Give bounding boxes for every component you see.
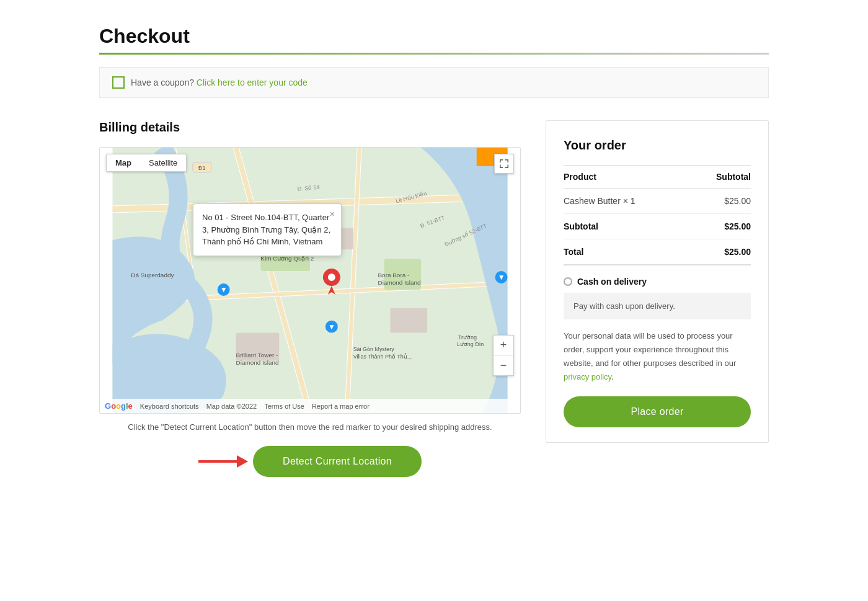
map-footer-report[interactable]: Report a map error: [312, 403, 370, 410]
svg-text:Sài Gòn Mystery: Sài Gòn Mystery: [353, 346, 395, 352]
payment-label: Cash on delivery: [564, 277, 751, 287]
item-name: Cashew Butter × 1: [564, 189, 689, 214]
table-row: Cashew Butter × 1 $25.00: [564, 189, 751, 214]
svg-text:Diamond Island: Diamond Island: [378, 279, 420, 286]
place-order-button[interactable]: Place order: [564, 396, 751, 427]
left-column: Billing details: [99, 120, 521, 477]
order-panel-wrapper: Your order Product Subtotal Cashew Butte…: [546, 120, 769, 443]
map-zoom-out-btn[interactable]: −: [494, 355, 513, 375]
svg-text:Đá Superdaddy: Đá Superdaddy: [131, 272, 174, 278]
svg-text:▼: ▼: [498, 273, 505, 282]
coupon-text: Have a coupon? Click here to enter your …: [131, 78, 308, 87]
map-visual: Diamond Island - Đả Kim Cương Quận 2 Bor…: [100, 148, 520, 413]
payment-desc: Pay with cash upon delivery.: [564, 293, 751, 319]
col-subtotal-header: Subtotal: [689, 166, 751, 189]
detect-arrow-icon: [198, 452, 248, 471]
payment-radio[interactable]: [564, 277, 572, 286]
svg-text:Bora Bora -: Bora Bora -: [378, 272, 409, 278]
total-label: Total: [564, 239, 689, 265]
svg-text:Kim Cương Quận 2: Kim Cương Quận 2: [260, 255, 314, 262]
svg-marker-52: [237, 455, 248, 468]
map-type-bar: Map Satellite: [106, 154, 187, 172]
billing-section-title: Billing details: [99, 120, 521, 135]
svg-text:Brilliant Tower -: Brilliant Tower -: [236, 352, 278, 358]
svg-text:▼: ▼: [220, 285, 228, 294]
map-hint-text: Click the "Detect Current Location" butt…: [99, 421, 521, 434]
svg-rect-50: [508, 165, 509, 168]
svg-rect-46: [508, 159, 509, 162]
svg-text:Diamond Island: Diamond Island: [236, 359, 279, 366]
svg-text:▼: ▼: [328, 323, 335, 331]
svg-rect-48: [500, 165, 501, 168]
payment-section: Cash on delivery Pay with cash upon deli…: [564, 277, 751, 427]
coupon-icon: [112, 76, 125, 89]
privacy-policy-link[interactable]: privacy policy: [564, 372, 611, 381]
svg-text:Lương Đìn: Lương Đìn: [457, 342, 484, 348]
map-footer: Google Keyboard shortcuts Map data ©2022…: [100, 399, 520, 413]
svg-rect-15: [390, 308, 427, 333]
subtotal-label: Subtotal: [564, 214, 689, 239]
total-row: Total $25.00: [564, 239, 751, 265]
total-value: $25.00: [689, 239, 751, 265]
map-zoom-in-btn[interactable]: +: [494, 336, 513, 355]
coupon-link[interactable]: Click here to enter your code: [197, 78, 308, 87]
main-layout: Billing details: [99, 120, 769, 477]
svg-text:Đ1: Đ1: [198, 165, 205, 171]
map-footer-shortcuts[interactable]: Keyboard shortcuts: [140, 403, 199, 410]
map-zoom-controls: + −: [493, 335, 514, 376]
map-type-satellite-btn[interactable]: Satellite: [140, 154, 186, 171]
map-type-map-btn[interactable]: Map: [107, 154, 140, 171]
order-title: Your order: [564, 138, 751, 153]
detect-section: Detect Current Location: [99, 446, 521, 477]
map-footer-terms[interactable]: Terms of Use: [264, 403, 304, 410]
detect-location-button[interactable]: Detect Current Location: [253, 446, 422, 477]
svg-text:Villas Thành Phố Thủ...: Villas Thành Phố Thủ...: [353, 353, 412, 360]
svg-text:Trường: Trường: [458, 334, 477, 341]
map-fullscreen-btn[interactable]: [494, 154, 514, 174]
map-popup: No 01 - Street No.104-BTT, Quarter 3, Ph…: [193, 203, 342, 256]
map-popup-address: No 01 - Street No.104-BTT, Quarter 3, Ph…: [202, 213, 330, 246]
google-logo: Google: [105, 401, 133, 411]
svg-rect-44: [500, 159, 501, 162]
subtotal-row: Subtotal $25.00: [564, 214, 751, 239]
top-divider: [99, 53, 769, 55]
col-product-header: Product: [564, 166, 689, 189]
order-table: Product Subtotal Cashew Butter × 1 $25.0…: [564, 165, 751, 265]
map-container[interactable]: Diamond Island - Đả Kim Cương Quận 2 Bor…: [99, 147, 521, 414]
subtotal-value: $25.00: [689, 214, 751, 239]
order-panel: Your order Product Subtotal Cashew Butte…: [546, 120, 769, 443]
privacy-text: Your personal data will be used to proce…: [564, 329, 751, 384]
coupon-bar: Have a coupon? Click here to enter your …: [99, 67, 769, 98]
map-footer-data: Map data ©2022: [206, 403, 257, 410]
item-price: $25.00: [689, 189, 751, 214]
page-title: Checkout: [99, 25, 769, 48]
svg-point-33: [328, 274, 335, 281]
